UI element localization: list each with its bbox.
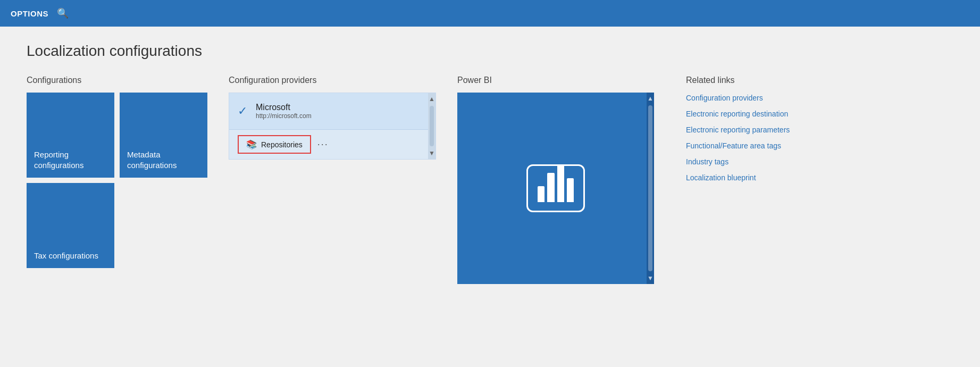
provider-actions: 📚 Repositories ··· <box>229 130 435 159</box>
power-bi-section: Power BI ▲ ▼ <box>457 76 654 284</box>
scrollbar: ▲ ▼ <box>428 93 435 159</box>
power-bi-bars-container <box>526 164 585 212</box>
tile-empty <box>120 183 207 268</box>
config-providers-heading: Configuration providers <box>229 76 436 85</box>
tile-reporting[interactable]: Reporting configurations <box>27 93 114 178</box>
bar-4 <box>567 178 574 202</box>
bar-3 <box>557 165 564 202</box>
configurations-tiles-grid: Reporting configurations Metadata config… <box>27 93 207 268</box>
more-options-button[interactable]: ··· <box>317 139 329 150</box>
link-er-destination[interactable]: Electronic reporting destination <box>686 110 835 118</box>
search-icon[interactable]: 🔍 <box>57 7 69 19</box>
sections-row: Configurations Reporting configurations … <box>27 76 953 284</box>
scroll-track <box>430 106 434 146</box>
related-links-heading: Related links <box>686 76 835 85</box>
provider-box: ✓ Microsoft http://microsoft.com 📚 Repos… <box>229 93 436 160</box>
provider-name: Microsoft <box>256 103 312 112</box>
link-config-providers[interactable]: Configuration providers <box>686 94 835 102</box>
main-content: Localization configurations Configuratio… <box>0 27 980 300</box>
related-links-list: Configuration providers Electronic repor… <box>686 94 835 182</box>
repositories-label: Repositories <box>261 140 303 149</box>
provider-item-microsoft: ✓ Microsoft http://microsoft.com <box>229 93 435 130</box>
link-feature-area-tags[interactable]: Functional/Feature area tags <box>686 141 835 150</box>
power-bi-scrollbar: ▲ ▼ <box>647 93 654 284</box>
related-links-section: Related links Configuration providers El… <box>686 76 835 182</box>
link-localization-blueprint[interactable]: Localization blueprint <box>686 173 835 182</box>
power-bi-scroll-track <box>648 105 652 271</box>
app-title: OPTIONS <box>11 9 48 18</box>
scroll-down-icon[interactable]: ▼ <box>429 147 435 159</box>
tile-metadata[interactable]: Metadata configurations <box>120 93 207 178</box>
bar-1 <box>538 186 545 202</box>
bar-2 <box>547 173 554 202</box>
power-bi-logo <box>526 164 585 212</box>
power-bi-scroll-down-icon[interactable]: ▼ <box>647 272 654 284</box>
link-industry-tags[interactable]: Industry tags <box>686 157 835 166</box>
provider-url: http://microsoft.com <box>256 112 312 120</box>
provider-info: Microsoft http://microsoft.com <box>256 103 312 120</box>
power-bi-scroll-up-icon[interactable]: ▲ <box>647 93 654 104</box>
scroll-up-icon[interactable]: ▲ <box>429 93 435 105</box>
provider-active-icon: ✓ <box>238 104 247 118</box>
config-providers-section: Configuration providers ✓ Microsoft http… <box>229 76 436 160</box>
tile-tax[interactable]: Tax configurations <box>27 183 114 268</box>
configurations-heading: Configurations <box>27 76 207 85</box>
repositories-icon: 📚 <box>246 139 257 149</box>
topbar: OPTIONS 🔍 <box>0 0 980 27</box>
link-er-parameters[interactable]: Electronic reporting parameters <box>686 126 835 134</box>
power-bi-tile[interactable]: ▲ ▼ <box>457 93 654 284</box>
repositories-button[interactable]: 📚 Repositories <box>238 135 311 154</box>
power-bi-heading: Power BI <box>457 76 654 85</box>
page-title: Localization configurations <box>27 43 953 60</box>
configurations-section: Configurations Reporting configurations … <box>27 76 207 268</box>
